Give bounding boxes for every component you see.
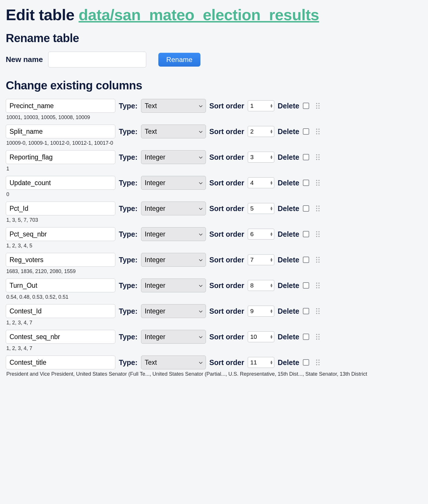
column-name-input[interactable] — [6, 202, 115, 215]
column-type-select[interactable]: TextIntegerFloatBlob — [141, 330, 206, 344]
svg-point-36 — [316, 257, 317, 258]
delete-checkbox[interactable] — [303, 128, 309, 135]
column-name-input[interactable] — [6, 125, 115, 138]
drag-handle-icon[interactable] — [314, 333, 321, 341]
column-type-select[interactable]: TextIntegerFloatBlob — [141, 125, 206, 138]
sort-order-input[interactable] — [248, 254, 274, 265]
drag-handle-icon[interactable] — [314, 127, 321, 136]
delete-checkbox[interactable] — [303, 308, 309, 314]
delete-checkbox[interactable] — [303, 282, 309, 289]
column-name-input[interactable] — [6, 330, 115, 344]
sort-order-input[interactable] — [248, 126, 274, 137]
column-type-select[interactable]: TextIntegerFloatBlob — [141, 227, 206, 241]
delete-label: Delete — [278, 281, 299, 290]
svg-point-35 — [318, 236, 320, 237]
svg-point-49 — [318, 308, 320, 309]
sort-order-input[interactable] — [248, 331, 274, 342]
delete-checkbox[interactable] — [303, 205, 309, 212]
drag-handle-icon[interactable] — [314, 230, 321, 238]
sort-order-label: Sort order — [209, 102, 244, 110]
column-type-select[interactable]: TextIntegerFloatBlob — [141, 176, 206, 190]
delete-checkbox[interactable] — [303, 180, 309, 186]
column-type-select[interactable]: TextIntegerFloatBlob — [141, 253, 206, 267]
column-name-input[interactable] — [6, 99, 115, 113]
sort-order-input[interactable] — [248, 203, 274, 214]
delete-checkbox[interactable] — [303, 257, 309, 263]
column-type-select[interactable]: TextIntegerFloatBlob — [141, 99, 206, 113]
type-label: Type: — [119, 333, 138, 341]
svg-point-23 — [318, 185, 320, 186]
svg-point-52 — [316, 313, 317, 314]
delete-label: Delete — [278, 333, 299, 341]
sort-order-input[interactable] — [248, 229, 274, 240]
column-name-input[interactable] — [6, 253, 115, 267]
column-name-input[interactable] — [6, 356, 115, 369]
column-row: Type:TextIntegerFloatBlobSort order▲▼Del… — [6, 279, 422, 292]
column-sample-values: 1, 3, 5, 7, 703 — [6, 217, 422, 223]
sort-order-input[interactable] — [248, 306, 274, 317]
svg-point-18 — [316, 180, 317, 181]
column-row: Type:TextIntegerFloatBlobSort order▲▼Del… — [6, 176, 422, 190]
column-name-input[interactable] — [6, 304, 115, 318]
svg-point-0 — [316, 103, 317, 104]
svg-point-62 — [316, 362, 317, 363]
column-row: Type:TextIntegerFloatBlobSort order▲▼Del… — [6, 304, 422, 318]
svg-point-43 — [318, 283, 320, 284]
svg-point-32 — [316, 234, 317, 235]
column-name-input[interactable] — [6, 150, 115, 164]
sort-order-input[interactable] — [248, 177, 274, 188]
svg-point-65 — [318, 364, 320, 365]
column-row: Type:TextIntegerFloatBlobSort order▲▼Del… — [6, 227, 422, 241]
delete-label: Delete — [278, 307, 299, 315]
delete-checkbox[interactable] — [303, 359, 309, 366]
svg-point-48 — [316, 308, 317, 309]
svg-point-33 — [318, 234, 320, 235]
svg-point-53 — [318, 313, 320, 314]
svg-point-38 — [316, 259, 317, 260]
column-type-select[interactable]: TextIntegerFloatBlob — [141, 356, 206, 369]
delete-label: Delete — [278, 127, 299, 136]
delete-checkbox[interactable] — [303, 103, 309, 109]
drag-handle-icon[interactable] — [314, 256, 321, 264]
rename-heading: Rename table — [6, 32, 422, 45]
svg-point-55 — [318, 334, 320, 335]
column-type-select[interactable]: TextIntegerFloatBlob — [141, 202, 206, 215]
delete-checkbox[interactable] — [303, 334, 309, 340]
drag-handle-icon[interactable] — [314, 204, 321, 212]
drag-handle-icon[interactable] — [314, 281, 321, 289]
svg-point-14 — [316, 157, 317, 158]
delete-checkbox[interactable] — [303, 154, 309, 160]
delete-checkbox[interactable] — [303, 231, 309, 237]
column-type-select[interactable]: TextIntegerFloatBlob — [141, 279, 206, 292]
sort-order-input[interactable] — [248, 357, 274, 368]
drag-handle-icon[interactable] — [314, 358, 321, 366]
column-sample-values: 1, 2, 3, 4, 7 — [6, 320, 422, 326]
column-row: Type:TextIntegerFloatBlobSort order▲▼Del… — [6, 99, 422, 113]
svg-point-1 — [318, 103, 320, 104]
svg-point-16 — [316, 159, 317, 160]
column-type-select[interactable]: TextIntegerFloatBlob — [141, 150, 206, 164]
column-name-input[interactable] — [6, 227, 115, 241]
column-type-select[interactable]: TextIntegerFloatBlob — [141, 304, 206, 318]
table-name-link[interactable]: data/san_mateo_election_results — [79, 6, 319, 23]
sort-order-input[interactable] — [248, 100, 274, 111]
svg-point-39 — [318, 259, 320, 260]
drag-handle-icon[interactable] — [314, 179, 321, 187]
drag-handle-icon[interactable] — [314, 307, 321, 315]
column-name-input[interactable] — [6, 176, 115, 190]
type-label: Type: — [119, 102, 138, 110]
rename-button[interactable]: Rename — [158, 53, 201, 67]
svg-point-6 — [316, 129, 317, 130]
svg-point-60 — [316, 360, 317, 361]
sort-order-label: Sort order — [209, 333, 244, 341]
sort-order-input[interactable] — [248, 152, 274, 163]
drag-handle-icon[interactable] — [314, 153, 321, 161]
svg-point-61 — [318, 360, 320, 361]
svg-point-30 — [316, 231, 317, 232]
svg-point-15 — [318, 157, 320, 158]
new-name-input[interactable] — [48, 52, 146, 67]
svg-point-19 — [318, 180, 320, 181]
column-name-input[interactable] — [6, 279, 115, 292]
drag-handle-icon[interactable] — [314, 102, 321, 110]
sort-order-input[interactable] — [248, 280, 274, 291]
